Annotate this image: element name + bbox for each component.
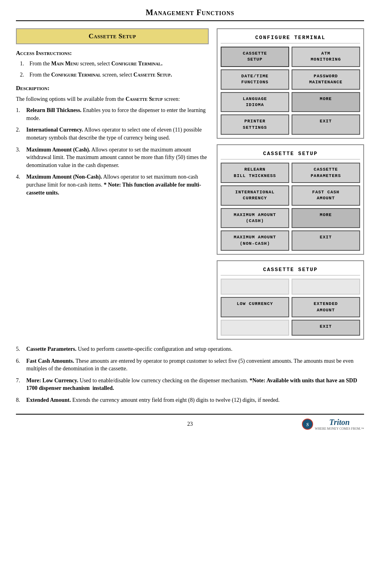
description-list-continued: 5. Cassette Parameters. Used to perform … xyxy=(16,345,364,404)
terminal-btn-max-cash[interactable]: MAXIMUM AMOUNT(CASH) xyxy=(221,208,289,228)
description-title: Description: xyxy=(16,85,209,92)
description-title-text: Description: xyxy=(16,85,49,91)
terminal-btn-exit-2[interactable]: EXIT xyxy=(292,230,360,251)
page-number: 23 xyxy=(132,421,248,427)
page-header-text: Management Functions xyxy=(146,8,235,17)
desc-item-1: 1. Relearn Bill Thickness. Enables you t… xyxy=(16,106,209,122)
svg-text:S: S xyxy=(306,422,309,427)
terminal-btn-atm-monitoring[interactable]: ATMMONITORING xyxy=(292,47,360,67)
terminal-btn-extended-amount[interactable]: EXTENDEDAMOUNT xyxy=(292,297,360,317)
terminal-btn-cassette-setup[interactable]: CASSETTESETUP xyxy=(221,47,289,67)
terminal-btn-fast-cash[interactable]: FAST CASHAMOUNT xyxy=(292,185,360,206)
terminal-btn-cassette-params[interactable]: CASSETTEPARAMETERS xyxy=(292,163,360,183)
triton-icon: S xyxy=(302,419,313,430)
configure-terminal-title: CONFIGURE TERMINAL xyxy=(221,32,360,43)
triton-logo: S Triton WHERE MONEY COMES FROM.™ xyxy=(302,418,364,431)
desc-item-8: 8. Extended Amount. Extends the currency… xyxy=(16,396,364,404)
desc-item-7: 7. More: Low Currency. Used to enable/di… xyxy=(16,377,364,392)
footer-logo-area: S Triton WHERE MONEY COMES FROM.™ xyxy=(248,418,364,431)
left-column: Cassette Setup Access Instructions: 1. F… xyxy=(16,28,209,201)
terminal-btn-relearn[interactable]: RELEARNBILL THICKNESS xyxy=(221,163,289,183)
terminal-btn-exit-1[interactable]: EXIT xyxy=(292,114,360,135)
terminal-btn-more-2[interactable]: MORE xyxy=(292,208,360,228)
triton-tagline: WHERE MONEY COMES FROM.™ xyxy=(315,427,364,431)
terminal-btn-language[interactable]: LANGUAGEIDIOMA xyxy=(221,92,289,112)
terminal-btn-intl-currency[interactable]: INTERNATIONALCURRENCY xyxy=(221,185,289,206)
right-column: CONFIGURE TERMINAL CASSETTESETUP ATMMONI… xyxy=(217,28,364,340)
terminal-btn-empty-2 xyxy=(292,279,360,295)
instruction-item-2: 2. From the Configure Terminal screen, s… xyxy=(20,71,209,79)
cassette-setup-grid-2: LOW CURRENCY EXTENDEDAMOUNT EXIT xyxy=(221,279,360,336)
section-title-box: Cassette Setup xyxy=(16,28,209,44)
terminal-btn-empty-1 xyxy=(221,279,289,295)
cassette-setup-title-1: CASSETTE SETUP xyxy=(221,148,360,159)
terminal-btn-max-noncash[interactable]: MAXIMUM AMOUNT(NON-CASH) xyxy=(221,230,289,251)
desc-item-6: 6. Fast Cash Amounts. These amounts are … xyxy=(16,357,364,373)
configure-terminal-box: CONFIGURE TERMINAL CASSETTESETUP ATMMONI… xyxy=(217,28,364,139)
terminal-btn-more-1[interactable]: MORE xyxy=(292,92,360,112)
access-title-text: Access Instructions: xyxy=(16,50,72,56)
terminal-btn-empty-3 xyxy=(221,320,289,336)
configure-terminal-grid: CASSETTESETUP ATMMONITORING DATE/TIMEFUN… xyxy=(221,47,360,135)
desc-item-2: 2. International Currency. Allows operat… xyxy=(16,126,209,142)
instruction-item-1: 1. From the Main Menu screen, select Con… xyxy=(20,60,209,68)
instruction-list: 1. From the Main Menu screen, select Con… xyxy=(20,60,209,79)
page-header: Management Functions xyxy=(16,8,364,21)
terminal-btn-datetime[interactable]: DATE/TIMEFUNCTIONS xyxy=(221,69,289,90)
access-instructions-title: Access Instructions: xyxy=(16,50,209,57)
triton-name: Triton xyxy=(329,418,350,427)
main-layout: Cassette Setup Access Instructions: 1. F… xyxy=(16,28,364,340)
terminal-btn-printer[interactable]: PRINTERSETTINGS xyxy=(221,114,289,135)
cassette-setup-box-1: CASSETTE SETUP RELEARNBILL THICKNESS CAS… xyxy=(217,144,364,255)
description-list: 1. Relearn Bill Thickness. Enables you t… xyxy=(16,106,209,197)
section-title: Cassette Setup xyxy=(88,32,136,40)
desc-item-4: 4. Maximum Amount (Non-Cash). Allows ope… xyxy=(16,173,209,197)
desc-item-3: 3. Maximum Amount (Cash). Allows operato… xyxy=(16,146,209,169)
terminal-btn-password[interactable]: PASSWORDMAINTENANCE xyxy=(292,69,360,90)
desc-item-5: 5. Cassette Parameters. Used to perform … xyxy=(16,345,364,353)
cassette-setup-grid-1: RELEARNBILL THICKNESS CASSETTEPARAMETERS… xyxy=(221,163,360,251)
terminal-btn-low-currency[interactable]: LOW CURRENCY xyxy=(221,297,289,317)
cassette-setup-title-2: CASSETTE SETUP xyxy=(221,264,360,275)
page-footer: 23 S Triton WHERE MONEY COMES FROM.™ xyxy=(16,414,364,431)
terminal-btn-exit-3[interactable]: EXIT xyxy=(292,320,360,336)
description-intro: The following options will be available … xyxy=(16,95,209,103)
cassette-setup-box-2: CASSETTE SETUP LOW CURRENCY EXTENDEDAMOU… xyxy=(217,260,364,340)
